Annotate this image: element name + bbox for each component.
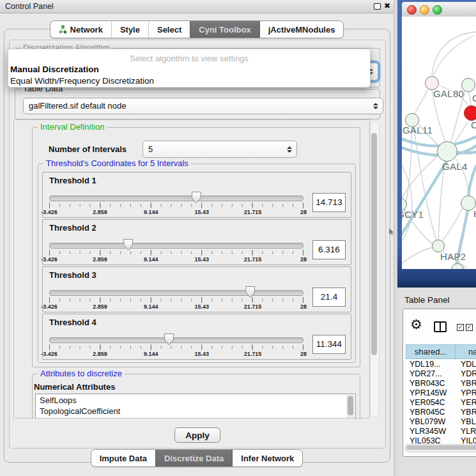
cell-name: YER0 xyxy=(456,398,476,408)
table-panel-section: Table Panel ⚙ shared... na YDL19...YDL1Y… xyxy=(397,288,476,476)
cell-shared-name: YBR045C xyxy=(406,408,456,417)
network-icon xyxy=(59,25,67,34)
slider-track[interactable] xyxy=(49,243,303,249)
threshold-row: -3.4262.8599.14415.4321.71528 21.4 xyxy=(49,286,346,311)
close-traffic-light[interactable] xyxy=(407,5,417,15)
table-hscrollbar[interactable] xyxy=(404,444,476,452)
tick-label: 21.715 xyxy=(244,256,262,263)
close-icon[interactable]: ✖ xyxy=(384,1,390,10)
split-view-icon[interactable] xyxy=(434,321,447,332)
tab-style[interactable]: Style xyxy=(111,21,148,38)
combo-value: galFiltered.sif default node xyxy=(29,98,126,114)
network-node[interactable] xyxy=(461,78,475,92)
zoom-traffic-light[interactable] xyxy=(433,5,442,15)
table-row[interactable]: YLR345WYLR3 xyxy=(406,427,476,436)
tick-label: 28 xyxy=(300,303,307,310)
column-header-name[interactable]: na xyxy=(456,344,476,359)
gear-icon[interactable]: ⚙ xyxy=(410,318,422,331)
slider-track[interactable] xyxy=(49,337,303,343)
mode-tabs: Impute DataDiscretize DataInfer Network xyxy=(0,449,394,467)
threshold-panel: Threshold 3 -3.4262.8599.14415.4321.7152… xyxy=(42,266,351,312)
thresholds-group: Threshold's Coordinates for 5 Intervals … xyxy=(38,164,356,363)
network-node[interactable] xyxy=(432,240,445,252)
num-intervals-spinner[interactable]: 5 xyxy=(142,141,297,158)
checkbox-icon[interactable] xyxy=(466,324,473,331)
mode-tab-infer-network[interactable]: Infer Network xyxy=(232,450,302,466)
threshold-value-field[interactable]: 6.316 xyxy=(312,240,346,259)
slider-tick-labels: -3.4262.8599.14415.4321.71528 xyxy=(49,351,303,358)
network-titlebar[interactable] xyxy=(402,2,476,17)
threshold-panels: Threshold 1 -3.4262.8599.14415.4321.7152… xyxy=(38,164,355,362)
threshold-panel: Threshold 1 -3.4262.8599.14415.4321.7152… xyxy=(42,172,351,218)
tab-cyni-toolbox[interactable]: Cyni Toolbox xyxy=(190,21,259,38)
tick-label: 2.859 xyxy=(93,351,107,357)
cell-shared-name: YLR345W xyxy=(406,427,456,436)
table-header: shared... na xyxy=(406,344,476,359)
num-intervals-label: Number of Intervals xyxy=(49,144,127,154)
attribute-item[interactable]: TopologicalCoefficient xyxy=(36,406,346,417)
cell-shared-name: YDR27... xyxy=(406,369,456,379)
table-row[interactable]: YBL079WYBL0 xyxy=(406,417,476,427)
table-row[interactable]: YDR27...YDR2 xyxy=(406,369,476,379)
float-window-icon[interactable] xyxy=(374,3,381,10)
slider-tick-labels: -3.4262.8599.14415.4321.71528 xyxy=(49,256,303,263)
apply-button[interactable]: Apply xyxy=(174,427,220,443)
list-scrollbar[interactable] xyxy=(346,395,355,418)
cyni-toolbox-content: Discretization Algorithm Table Data galF… xyxy=(9,40,386,449)
slider-track[interactable] xyxy=(49,290,303,296)
table-data-combobox[interactable]: galFiltered.sif default node xyxy=(23,98,383,114)
network-node-label: GAL4 xyxy=(442,161,468,172)
network-node[interactable] xyxy=(437,141,457,162)
window-title: Control Panel xyxy=(5,2,54,11)
slider-thumb[interactable] xyxy=(192,192,201,203)
numerical-attributes-list[interactable]: SelfLoopsTopologicalCoefficientBetweenne… xyxy=(35,394,356,418)
threshold-value-field[interactable]: 14.713 xyxy=(312,193,346,212)
slider-ticks xyxy=(49,203,303,208)
threshold-slider[interactable]: -3.4262.8599.14415.4321.71528 xyxy=(49,239,303,263)
list-scrollbar-thumb[interactable] xyxy=(348,396,353,415)
threshold-slider[interactable]: -3.4262.8599.14415.4321.71528 xyxy=(49,192,303,216)
threshold-label: Threshold 3 xyxy=(49,270,96,280)
threshold-value-field[interactable]: 21.4 xyxy=(312,288,346,307)
mode-tab-impute-data[interactable]: Impute Data xyxy=(91,450,155,466)
slider-thumb[interactable] xyxy=(123,239,133,250)
network-canvas[interactable]: GAL80GACGAL11GAL4GCY1HHAP2 xyxy=(402,17,476,269)
threshold-slider[interactable]: -3.4262.8599.14415.4321.71528 xyxy=(49,286,303,311)
slider-thumb[interactable] xyxy=(164,334,174,345)
combo-arrows-icon[interactable] xyxy=(373,103,378,109)
dropdown-option-equal-width-frequency-discretization[interactable]: Equal Width/Frequency Discretization xyxy=(8,75,370,87)
settings-scrollbar-thumb[interactable] xyxy=(371,133,377,355)
network-node-label: H xyxy=(473,208,476,219)
attribute-item[interactable]: BetweennessCentrality xyxy=(36,417,346,418)
table-row[interactable]: YBR043CYBR0 xyxy=(406,379,476,388)
tab-select[interactable]: Select xyxy=(148,21,190,38)
mode-tab-discretize-data[interactable]: Discretize Data xyxy=(155,450,232,466)
table-row[interactable]: YBR045CYBR0 xyxy=(406,408,476,417)
minimize-traffic-light[interactable] xyxy=(420,5,429,15)
network-window: GAL80GACGAL11GAL4GCY1HHAP2 xyxy=(397,0,476,288)
cell-name: YLR3 xyxy=(456,427,476,436)
stepper-arrows-icon[interactable] xyxy=(287,146,292,153)
tab-network[interactable]: Network xyxy=(50,21,111,38)
slider-track[interactable] xyxy=(49,196,303,201)
cell-name: YDL1 xyxy=(456,360,476,369)
control-panel-titlebar[interactable]: Control Panel ✖ xyxy=(0,0,394,13)
slider-thumb[interactable] xyxy=(245,286,255,298)
table-row[interactable]: YPR145WYPR1 xyxy=(406,388,476,398)
network-node-label: HAP2 xyxy=(440,251,466,262)
settings-scrollbar[interactable] xyxy=(370,121,380,417)
tick-label: 2.859 xyxy=(93,303,107,310)
column-header-shared-name[interactable]: shared... xyxy=(406,344,456,359)
checkbox-icon[interactable] xyxy=(457,324,464,331)
dropdown-option-manual-discretization[interactable]: Manual Discretization xyxy=(8,64,370,75)
attribute-item[interactable]: SelfLoops xyxy=(36,395,346,406)
network-node[interactable] xyxy=(464,105,476,121)
cell-shared-name: YER054C xyxy=(406,398,456,408)
table-row[interactable]: YER054CYER0 xyxy=(406,398,476,408)
table-row[interactable]: YDL19...YDL1 xyxy=(406,360,476,369)
table-hscrollbar-thumb[interactable] xyxy=(406,445,476,450)
tab-jactivemnodules[interactable]: jActiveMNodules xyxy=(259,21,344,38)
threshold-value-field[interactable]: 11.344 xyxy=(312,335,346,354)
tick-label: -3.426 xyxy=(41,351,58,357)
threshold-slider[interactable]: -3.4262.8599.14415.4321.71528 xyxy=(49,334,303,358)
